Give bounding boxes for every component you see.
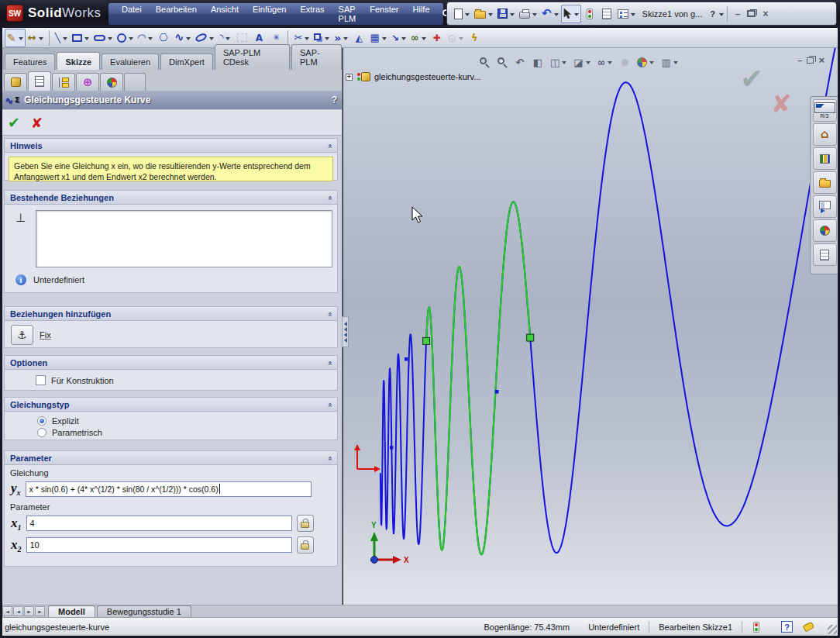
custom-properties-button[interactable]: [813, 243, 837, 266]
model-tab-bewegungsstudie-1[interactable]: Bewegungsstudie 1: [97, 605, 191, 617]
display-manager-tab[interactable]: [100, 73, 123, 91]
menu-datei[interactable]: Datei: [115, 2, 149, 26]
doc-close-button[interactable]: ×: [818, 54, 825, 66]
confirm-corner-ok[interactable]: ✔: [740, 65, 763, 93]
slot-dropdown-icon[interactable]: [108, 37, 112, 43]
scene-dropdown-icon[interactable]: [673, 61, 678, 67]
mirror-entities-button[interactable]: ◭: [350, 29, 367, 47]
line-dropdown-icon[interactable]: [63, 37, 67, 43]
property-manager-tab[interactable]: [28, 71, 51, 91]
curve-endpoint-2[interactable]: [527, 334, 534, 341]
doc-minimize-button[interactable]: –: [797, 56, 802, 65]
section-beziehungen-header[interactable]: Bestehende Beziehungen»: [5, 191, 337, 205]
tab-last-button[interactable]: ►: [35, 606, 45, 616]
tag-icon[interactable]: [803, 621, 815, 632]
sketch-point-marker[interactable]: [390, 446, 394, 450]
traffic-light-button[interactable]: [581, 5, 598, 23]
equation-curve-selected[interactable]: [426, 202, 530, 554]
collapse-icon[interactable]: »: [325, 456, 333, 460]
open-dropdown-icon[interactable]: [488, 13, 493, 19]
x2-lock-button[interactable]: [297, 536, 314, 554]
smart-dimension-dropdown-icon[interactable]: [39, 37, 43, 43]
doc-restore-button[interactable]: [807, 57, 814, 64]
minimize-button[interactable]: –: [731, 8, 745, 20]
konstruktion-checkbox[interactable]: [36, 375, 46, 385]
file-explorer-button[interactable]: [813, 171, 837, 194]
circular-pattern-button[interactable]: ⊙: [446, 29, 466, 47]
tab-skizze[interactable]: Skizze: [57, 52, 100, 70]
menu-fenster[interactable]: Fenster: [363, 2, 405, 26]
tab-features[interactable]: Features: [5, 53, 55, 70]
maximize-button[interactable]: [745, 8, 759, 20]
section-view-button[interactable]: ◧: [530, 54, 546, 70]
tab-sap-plm[interactable]: SAP-PLM: [291, 44, 342, 70]
ellipse-dropdown-icon[interactable]: [209, 37, 214, 43]
scene-button[interactable]: ▥: [659, 54, 680, 70]
confirm-corner-cancel[interactable]: ✘: [771, 91, 792, 116]
select-cursor-button[interactable]: [561, 5, 581, 23]
statusbar-help-button[interactable]: ?: [781, 621, 793, 633]
menu-extras[interactable]: Extras: [293, 2, 331, 26]
section-parameter-header[interactable]: Parameter»: [5, 451, 337, 465]
menu-sap-plm[interactable]: SAP PLM: [332, 2, 363, 26]
collapse-icon[interactable]: »: [325, 402, 333, 407]
display-style-dropdown-icon[interactable]: [586, 61, 590, 67]
help-dropdown-icon[interactable]: [719, 13, 724, 19]
appearance-ball-button[interactable]: [635, 54, 656, 70]
curve-endpoint-1[interactable]: [423, 337, 430, 344]
panel-splitter-handle[interactable]: [342, 316, 349, 347]
view-palette-button[interactable]: [813, 195, 837, 218]
relations-listbox[interactable]: [36, 210, 332, 267]
display-style-button[interactable]: ◪: [571, 54, 592, 70]
model-tab-modell[interactable]: Modell: [48, 605, 95, 617]
add-relation-button[interactable]: ✚: [429, 29, 446, 47]
save-dropdown-icon[interactable]: [510, 13, 515, 19]
appearance-ball-dropdown-icon[interactable]: [649, 61, 654, 67]
fix-button[interactable]: ⚓: [11, 325, 33, 345]
blue-curve[interactable]: [380, 48, 838, 554]
save-button[interactable]: [495, 5, 517, 23]
new-document-dropdown-icon[interactable]: [465, 13, 470, 19]
quick-snaps-button[interactable]: ϟ: [466, 29, 483, 47]
menu-hilfe[interactable]: Hilfe: [406, 2, 437, 26]
undo-dropdown-icon[interactable]: [554, 13, 559, 19]
tab-sap-plm-cdesk[interactable]: SAP-PLM CDesk: [215, 44, 290, 70]
move-entities-button[interactable]: ↘: [389, 29, 408, 47]
graphics-area[interactable]: Y X ↶◧◫◪∞●▥ – × + gleichungsgesteuerte-k…: [343, 48, 838, 605]
equation-input[interactable]: x * sin(0.6) + (4* x^(1/2) * sin(80 / x^…: [26, 481, 312, 497]
web-button[interactable]: [813, 219, 837, 242]
section-hinzufuegen-header[interactable]: Beziehungen hinzufügen»: [5, 307, 337, 321]
select-cursor-dropdown-icon[interactable]: [574, 13, 579, 19]
display-relations-dropdown-icon[interactable]: [422, 37, 426, 43]
collapse-icon[interactable]: »: [325, 360, 333, 365]
display-relations-button[interactable]: ∞: [408, 29, 429, 47]
previous-view-button[interactable]: ↶: [512, 54, 528, 70]
shadow-button[interactable]: ●: [617, 54, 632, 70]
options-list-dropdown-icon[interactable]: [631, 13, 635, 19]
tab-first-button[interactable]: ◄: [2, 606, 12, 616]
zoom-area-button[interactable]: [494, 54, 510, 70]
collapse-icon[interactable]: »: [325, 143, 333, 148]
menu-bearbeiten[interactable]: Bearbeiten: [149, 2, 204, 26]
ok-button[interactable]: ✔: [8, 114, 20, 131]
options-list-button[interactable]: [615, 5, 638, 23]
section-gleichungstyp-header[interactable]: Gleichungstyp»: [5, 398, 337, 412]
explizit-radio[interactable]: [37, 416, 46, 426]
undo-button[interactable]: ↶: [539, 5, 561, 23]
sketch-point-marker[interactable]: [495, 390, 499, 394]
open-button[interactable]: [472, 5, 495, 23]
section-optionen-header[interactable]: Optionen»: [5, 356, 337, 370]
tab-prev-button[interactable]: ◄: [13, 606, 23, 616]
convert-entities-dropdown-icon[interactable]: [325, 37, 329, 43]
move-entities-dropdown-icon[interactable]: [401, 37, 406, 43]
help-button[interactable]: ?: [710, 9, 715, 19]
circle-dropdown-icon[interactable]: [129, 37, 133, 43]
close-button[interactable]: ×: [759, 8, 773, 20]
collapse-icon[interactable]: »: [325, 195, 333, 200]
view-orientation-dropdown-icon[interactable]: [562, 61, 566, 67]
tab-evaluieren[interactable]: Evaluieren: [102, 53, 159, 70]
tab-next-button[interactable]: ►: [24, 606, 34, 616]
zoom-fit-button[interactable]: [477, 54, 492, 70]
rectangle-dropdown-icon[interactable]: [84, 37, 89, 43]
parametrisch-radio[interactable]: [37, 428, 46, 437]
